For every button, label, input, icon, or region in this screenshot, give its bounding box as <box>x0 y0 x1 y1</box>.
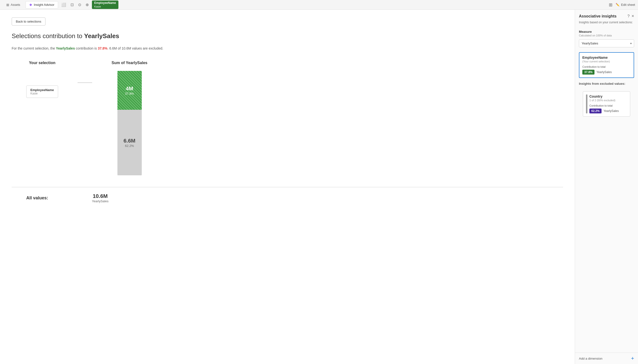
desc-pct: 37.8% <box>98 46 107 50</box>
current-contrib-measure: YearlySales <box>596 70 612 74</box>
country-card-content: Country 1 of 2 (50% excluded) Contributi… <box>589 94 627 114</box>
current-card-title: EmployeeName <box>582 56 631 60</box>
sum-label: Sum of YearlySales <box>112 61 147 65</box>
edit-pencil-icon: ✏️ <box>616 3 619 6</box>
page-title-measure: YearlySales <box>84 32 119 40</box>
card-with-bar: Country 1 of 2 (50% excluded) Contributi… <box>586 94 627 114</box>
bar-selected: 4M 37.8% <box>117 71 142 110</box>
measure-section: Measure Calculated on 100% of data Yearl… <box>575 27 638 50</box>
connector <box>78 82 92 83</box>
your-selection-label: Your selection <box>29 61 55 65</box>
content-area: Back to selections Selections contributi… <box>0 10 575 364</box>
add-dimension-btn[interactable]: + <box>631 356 634 361</box>
excluded-section: Insights from excluded values: <box>575 80 638 89</box>
current-selection-card[interactable]: EmployeeName (Your current selection) Co… <box>579 52 634 78</box>
page-title: Selections contribution to YearlySales <box>12 32 563 40</box>
select-lasso-btn[interactable]: ⊡ <box>69 1 75 8</box>
panel-help-btn[interactable]: ? <box>627 14 630 18</box>
country-card-subtitle: 1 of 2 (50% excluded) <box>589 99 627 102</box>
select-more-btn[interactable]: ⊙ <box>77 1 82 8</box>
excluded-card-wrapper: Country 1 of 2 (50% excluded) Contributi… <box>575 89 638 118</box>
country-contrib-badge: 62.2% <box>589 108 601 114</box>
bar-bottom-value: 6.6M <box>123 138 135 144</box>
country-contribution-label: Contribution to total <box>589 104 627 107</box>
all-values-label: All values: <box>26 196 48 200</box>
desc-prefix: For the current selection, the <box>12 46 56 50</box>
panel-footer: Add a dimension + <box>575 352 638 364</box>
chart-area: Your selection EmployeeName Kasie Sum of… <box>12 61 563 175</box>
bar-bottom-pct: 62.2% <box>125 144 134 148</box>
assets-tab-label: Assets <box>11 3 20 6</box>
your-selection-column: Your selection EmployeeName Kasie <box>26 61 58 98</box>
select-target-btn[interactable]: ⊕ <box>84 1 90 8</box>
back-to-selections-btn[interactable]: Back to selections <box>12 18 46 26</box>
right-panel: Associative insights ? × Insights based … <box>575 10 638 364</box>
insight-icon: ❖ <box>29 3 32 7</box>
main-layout: Back to selections Selections contributi… <box>0 10 638 364</box>
country-contrib-measure: YearlySales <box>603 109 619 113</box>
add-dim-label: Add a dimension <box>579 357 602 360</box>
description: For the current selection, the YearlySal… <box>12 46 563 51</box>
current-card-subtitle: (Your current selection) <box>582 60 631 63</box>
insight-advisor-tab[interactable]: ❖ Insight Advisor <box>26 1 58 8</box>
selection-chip-value: Kasie <box>94 5 101 8</box>
grid-view-btn[interactable]: ⊞ <box>608 1 614 9</box>
excluded-title: Insights from excluded values: <box>579 82 634 86</box>
bar-top-value: 4M <box>126 86 133 92</box>
panel-subtitle: Insights based on your current selection… <box>575 21 638 27</box>
insight-tab-label: Insight Advisor <box>34 3 55 6</box>
all-values-section: All values: 10.6M YearlySales <box>12 187 563 203</box>
current-contrib-row: 37.8% YearlySales <box>582 70 631 74</box>
current-contrib-badge: 37.8% <box>582 70 594 74</box>
bar-wrap: 4M 37.8% 6.6M 62.2% <box>117 71 142 175</box>
selection-box-field: EmployeeName <box>30 88 54 92</box>
selection-box-value: Kasie <box>30 92 38 95</box>
all-values-measure: YearlySales <box>92 199 108 203</box>
edit-sheet-btn[interactable]: ✏️ Edit sheet <box>616 3 635 6</box>
selection-box: EmployeeName Kasie <box>26 86 58 98</box>
assets-tab[interactable]: ⊞ Assets <box>3 2 24 8</box>
bar-excluded: 6.6M 62.2% <box>117 110 142 175</box>
desc-measure: YearlySales <box>56 46 75 50</box>
measure-subtitle: Calculated on 100% of data <box>579 34 634 37</box>
desc-suffix: . 6.6M of 10.6M values are excluded. <box>107 46 163 50</box>
panel-header: Associative insights ? × <box>575 10 638 21</box>
topbar-right: ⊞ ✏️ Edit sheet <box>608 1 635 9</box>
bar-top-pct: 37.8% <box>125 92 134 96</box>
country-card-title: Country <box>589 94 627 98</box>
assets-icon: ⊞ <box>6 3 9 7</box>
desc-middle: contribution is <box>75 46 98 50</box>
selection-chip-field: EmployeeName <box>94 1 116 5</box>
current-contribution-label: Contribution to total <box>582 65 631 68</box>
measure-select[interactable]: YearlySales <box>579 39 634 47</box>
country-bar-indicator <box>586 94 587 114</box>
sum-column: Sum of YearlySales 4M 37.8% 6.6M 62.2% <box>112 61 147 175</box>
selection-chip[interactable]: EmployeeName Kasie <box>92 0 118 9</box>
country-card[interactable]: Country 1 of 2 (50% excluded) Contributi… <box>583 91 630 116</box>
edit-sheet-label: Edit sheet <box>621 3 635 6</box>
all-values-total: 10.6M <box>93 193 108 199</box>
measure-title: Measure <box>579 30 634 34</box>
select-region-btn[interactable]: ⬜ <box>60 1 67 8</box>
panel-title: Associative insights <box>579 14 617 18</box>
connector-line <box>78 82 92 83</box>
measure-select-wrapper: YearlySales ▾ <box>579 39 634 47</box>
country-contrib-row: 62.2% YearlySales <box>589 108 627 114</box>
panel-close-btn[interactable]: × <box>631 14 634 19</box>
topbar: ⊞ Assets ❖ Insight Advisor ⬜ ⊡ ⊙ ⊕ Emplo… <box>0 0 638 10</box>
all-values-data: 10.6M YearlySales <box>92 193 108 203</box>
page-title-prefix: Selections contribution to <box>12 32 84 40</box>
